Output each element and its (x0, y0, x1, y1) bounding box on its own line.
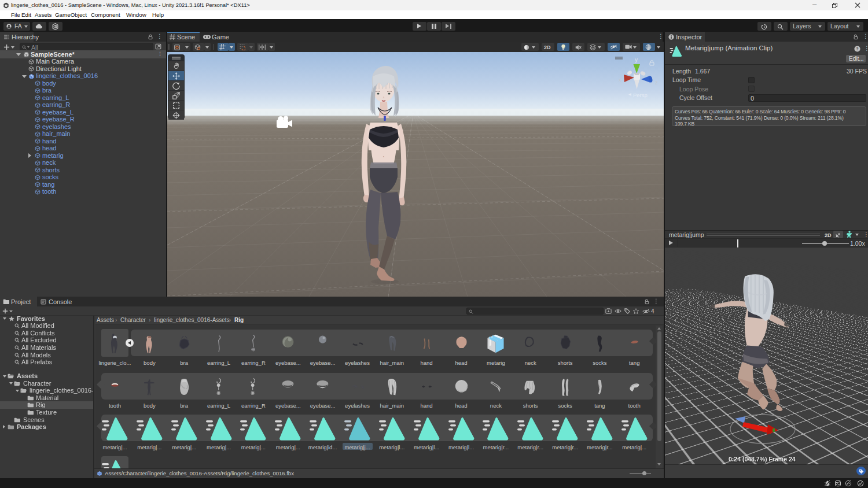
svg-text:y: y (635, 57, 638, 63)
svg-text:?: ? (856, 47, 858, 51)
svg-text:x: x (619, 77, 621, 83)
svg-text:Persp: Persp (633, 92, 648, 98)
svg-text:z: z (655, 80, 658, 86)
